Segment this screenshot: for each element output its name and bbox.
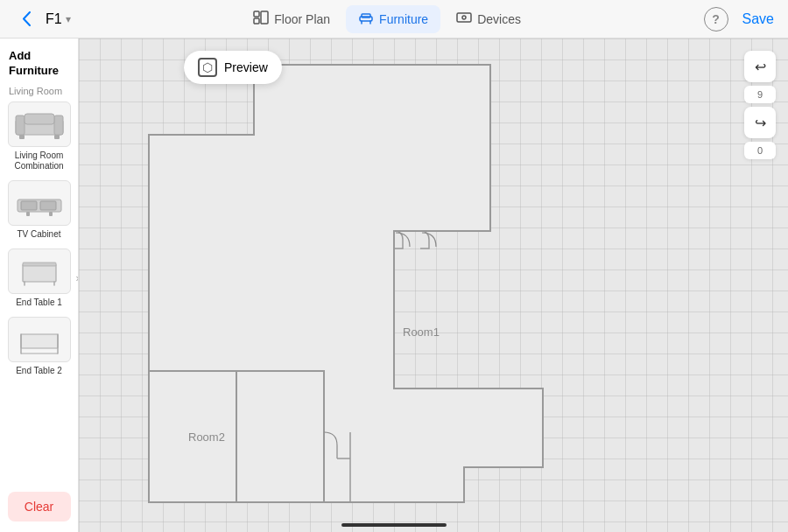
furniture-item-living-room-combo[interactable]: Living Room Combination — [6, 102, 73, 172]
svg-rect-19 — [49, 212, 53, 216]
furniture-label-living-room-combo: Living Room Combination — [6, 150, 73, 172]
undo-count: 9 — [744, 86, 776, 103]
furniture-thumb-end-table-1 — [8, 248, 71, 294]
header-right: ? Save — [704, 7, 774, 32]
furniture-label-end-table-1: End Table 1 — [16, 298, 62, 308]
undo-button[interactable]: ↩ — [744, 51, 776, 82]
floor-selector[interactable]: F1 ▾ — [46, 11, 71, 27]
svg-rect-1 — [254, 18, 259, 24]
clear-button[interactable]: Clear — [8, 492, 71, 522]
svg-rect-13 — [19, 135, 25, 139]
back-button[interactable] — [14, 7, 39, 32]
tab-floor-plan-label: Floor Plan — [274, 12, 330, 26]
svg-rect-24 — [21, 334, 58, 348]
sidebar: Add Furniture Living Room Living Room Co… — [0, 38, 79, 532]
svg-rect-10 — [16, 116, 25, 135]
preview-label: Preview — [224, 60, 268, 74]
redo-button[interactable]: ↪ — [744, 107, 776, 138]
svg-rect-11 — [54, 116, 63, 135]
furniture-item-tv-cabinet[interactable]: TV Cabinet — [6, 180, 73, 240]
svg-rect-20 — [23, 264, 56, 282]
svg-point-8 — [462, 16, 466, 19]
devices-icon — [456, 10, 472, 28]
sidebar-section-living-room: Living Room — [5, 86, 73, 102]
floor-chevron-icon: ▾ — [66, 13, 71, 25]
svg-rect-4 — [362, 14, 370, 18]
furniture-icon — [358, 10, 374, 28]
svg-rect-2 — [261, 11, 268, 24]
furniture-thumb-tv-cabinet — [8, 180, 71, 226]
tab-devices[interactable]: Devices — [444, 5, 533, 33]
header: F1 ▾ Floor Plan — [0, 0, 788, 38]
svg-rect-17 — [40, 201, 56, 210]
clear-label: Clear — [25, 500, 53, 514]
floor-plan-icon — [253, 10, 269, 28]
svg-rect-14 — [54, 135, 60, 139]
tab-furniture[interactable]: Furniture — [346, 5, 440, 33]
svg-rect-16 — [21, 201, 37, 210]
furniture-label-end-table-2: End Table 2 — [16, 366, 62, 376]
tab-devices-label: Devices — [477, 12, 521, 26]
preview-icon — [198, 58, 217, 77]
help-button[interactable]: ? — [704, 7, 728, 32]
furniture-item-end-table-2[interactable]: End Table 2 — [6, 317, 73, 376]
save-button[interactable]: Save — [742, 11, 774, 27]
tab-floor-plan[interactable]: Floor Plan — [241, 5, 342, 33]
header-left: F1 ▾ — [14, 7, 71, 32]
undo-redo-controls: ↩ 9 ↪ 0 — [744, 51, 776, 159]
sidebar-title: Add Furniture — [5, 49, 73, 86]
help-label: ? — [712, 12, 720, 26]
svg-rect-0 — [254, 11, 259, 17]
header-nav: Floor Plan Furniture Devices — [241, 5, 533, 33]
svg-text:Room2: Room2 — [188, 430, 225, 444]
home-indicator — [341, 523, 447, 527]
furniture-thumb-living-room-combo — [8, 102, 71, 147]
svg-rect-21 — [23, 262, 56, 266]
svg-rect-7 — [457, 13, 471, 22]
tab-furniture-label: Furniture — [379, 12, 428, 26]
redo-count: 0 — [744, 142, 776, 159]
svg-text:Room1: Room1 — [403, 326, 440, 339]
preview-button[interactable]: Preview — [184, 51, 282, 84]
canvas-area: office Room1 Room2 — [79, 38, 788, 532]
expand-arrow-icon: › — [76, 272, 80, 284]
floor-label: F1 — [46, 11, 62, 27]
svg-rect-18 — [26, 212, 30, 216]
furniture-label-tv-cabinet: TV Cabinet — [17, 229, 60, 240]
furniture-thumb-end-table-2 — [8, 317, 71, 362]
floorplan[interactable]: office Room1 Room2 — [79, 38, 788, 532]
svg-rect-12 — [25, 114, 54, 124]
furniture-item-end-table-1[interactable]: › End Table 1 — [6, 248, 73, 308]
